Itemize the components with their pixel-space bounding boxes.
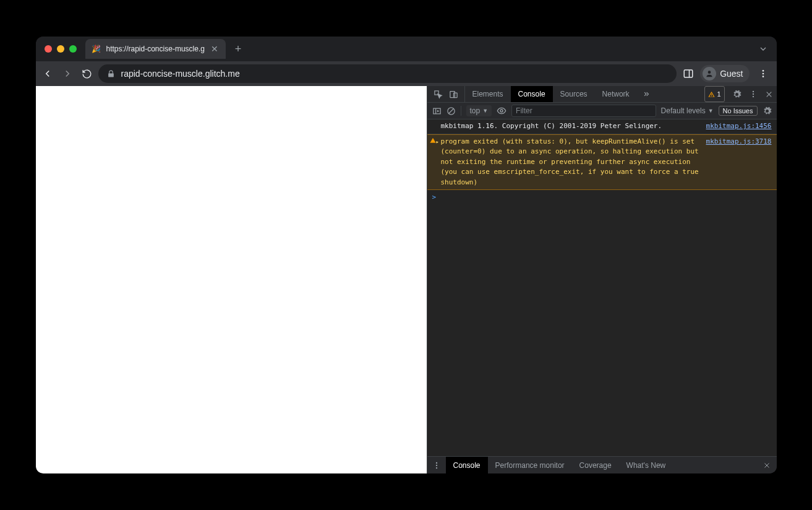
profile-label: Guest: [720, 69, 743, 79]
browser-window: 🎉 https://rapid-concise-muscle.g ✕ + r: [36, 37, 777, 473]
warn-count: 1: [717, 90, 720, 98]
drawer-tab-coverage[interactable]: Coverage: [572, 457, 619, 473]
warning-icon: [708, 91, 715, 98]
message-source-link[interactable]: mkbitmap.js:1456: [706, 121, 772, 132]
content-area: Elements Console Sources Network 1: [36, 86, 777, 473]
lock-icon: [107, 70, 115, 78]
prompt-symbol: >: [432, 193, 437, 201]
close-devtools-button[interactable]: [761, 86, 777, 102]
message-text: program exited (with status: 0), but kee…: [441, 137, 706, 188]
tab-strip: 🎉 https://rapid-concise-muscle.g ✕ +: [36, 37, 777, 61]
context-selector[interactable]: top ▼: [466, 105, 492, 116]
tab-network[interactable]: Network: [595, 86, 637, 102]
devtools-menu-icon[interactable]: [745, 86, 761, 102]
console-log[interactable]: mkbitmap 1.16. Copyright (C) 2001-2019 P…: [427, 119, 777, 456]
svg-point-18: [500, 110, 503, 112]
console-prompt[interactable]: >: [427, 190, 777, 205]
inspect-element-icon[interactable]: [434, 90, 443, 99]
svg-point-9: [752, 91, 753, 92]
devtools-panel: Elements Console Sources Network 1: [427, 86, 777, 473]
svg-rect-0: [684, 70, 693, 77]
levels-label: Default levels: [661, 106, 706, 115]
forward-button[interactable]: [62, 68, 73, 79]
favicon-icon: 🎉: [92, 44, 101, 54]
side-panel-toggle-icon[interactable]: [683, 68, 694, 79]
svg-point-5: [762, 76, 764, 77]
expand-icon[interactable]: ▸: [436, 138, 439, 147]
device-toggle-icon[interactable]: [449, 90, 458, 99]
console-sidebar-toggle-icon[interactable]: [432, 106, 442, 116]
message-source-link[interactable]: mkbitmap.js:3718: [706, 137, 772, 188]
tab-title: https://rapid-concise-muscle.g: [106, 45, 205, 53]
zoom-window-button[interactable]: [69, 45, 77, 53]
dropdown-icon: ▼: [708, 108, 714, 114]
more-tabs-button[interactable]: [637, 86, 656, 102]
window-controls: [42, 45, 82, 53]
drawer-tab-performance-monitor[interactable]: Performance monitor: [488, 457, 572, 473]
tab-console[interactable]: Console: [511, 86, 553, 102]
console-message-info: mkbitmap 1.16. Copyright (C) 2001-2019 P…: [427, 119, 777, 134]
page-viewport[interactable]: [36, 86, 427, 473]
drawer-tab-console[interactable]: Console: [446, 457, 488, 473]
close-drawer-button[interactable]: [757, 457, 777, 473]
address-bar[interactable]: rapid-concise-muscle.glitch.me: [98, 64, 677, 83]
profile-button[interactable]: Guest: [700, 65, 749, 82]
minimize-window-button[interactable]: [57, 45, 64, 53]
tab-search-button[interactable]: [758, 44, 777, 54]
browser-toolbar: rapid-concise-muscle.glitch.me Guest: [36, 61, 777, 86]
devtools-drawer: Console Performance monitor Coverage Wha…: [427, 456, 777, 473]
clear-console-icon[interactable]: [447, 106, 456, 116]
message-text: mkbitmap 1.16. Copyright (C) 2001-2019 P…: [441, 121, 706, 132]
svg-point-4: [762, 73, 764, 75]
back-button[interactable]: [42, 68, 53, 79]
devtools-tabs: Elements Console Sources Network 1: [427, 86, 777, 103]
tab-sources[interactable]: Sources: [553, 86, 595, 102]
svg-point-10: [752, 93, 753, 95]
dropdown-icon: ▼: [482, 108, 488, 114]
svg-point-19: [435, 462, 437, 463]
context-label: top: [470, 106, 481, 115]
no-issues-button[interactable]: No Issues: [719, 106, 758, 116]
browser-tab[interactable]: 🎉 https://rapid-concise-muscle.g ✕: [85, 39, 226, 59]
console-message-warning: ▸ program exited (with status: 0), but k…: [427, 134, 777, 191]
svg-point-3: [762, 70, 764, 72]
svg-point-11: [752, 96, 753, 97]
svg-rect-8: [453, 93, 457, 98]
console-filter-input[interactable]: [511, 105, 656, 117]
drawer-menu-icon[interactable]: [427, 457, 446, 473]
avatar-icon: [703, 67, 716, 80]
warning-icon: [430, 137, 436, 144]
new-tab-button[interactable]: +: [229, 40, 247, 58]
console-toolbar: top ▼ Default levels ▼ No Issues: [427, 103, 777, 119]
devtools-settings-icon[interactable]: [729, 86, 745, 102]
svg-rect-7: [450, 91, 455, 97]
drawer-tab-whats-new[interactable]: What's New: [619, 457, 673, 473]
svg-point-20: [435, 464, 437, 465]
close-window-button[interactable]: [45, 45, 52, 53]
reload-button[interactable]: [82, 69, 92, 79]
svg-rect-14: [433, 108, 440, 114]
live-expression-icon[interactable]: [497, 106, 506, 116]
close-tab-button[interactable]: ✕: [210, 44, 220, 54]
browser-menu-button[interactable]: [756, 69, 771, 79]
svg-line-17: [448, 108, 453, 113]
url-text: rapid-concise-muscle.glitch.me: [121, 69, 240, 79]
tab-elements[interactable]: Elements: [465, 86, 511, 102]
svg-point-2: [708, 71, 711, 74]
issues-badge[interactable]: 1: [704, 86, 724, 102]
svg-point-21: [435, 467, 437, 468]
log-levels-selector[interactable]: Default levels ▼: [661, 106, 714, 115]
console-settings-icon[interactable]: [763, 106, 772, 116]
